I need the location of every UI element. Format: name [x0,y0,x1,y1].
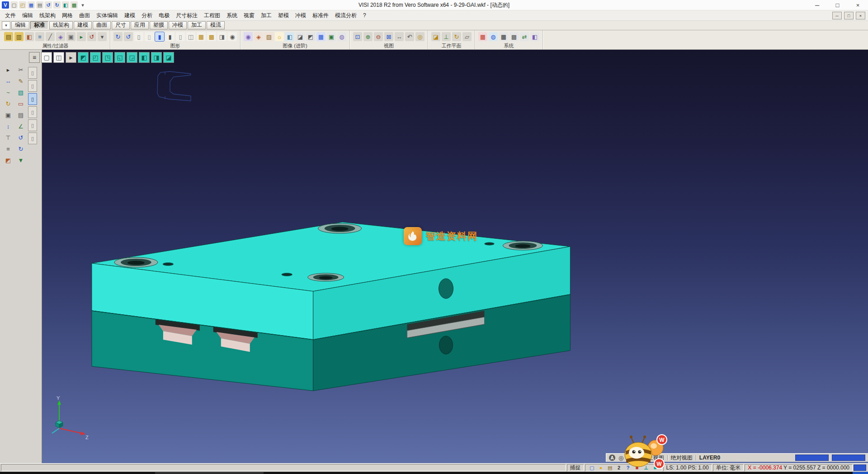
menu-item[interactable]: ? [360,11,369,19]
menu-item[interactable]: 加工 [258,11,275,20]
zoom-in-icon[interactable]: ⊕ [363,32,373,41]
minimize-button[interactable]: ─ [807,0,827,10]
view-visibility-icon[interactable]: ◎ [415,32,425,41]
workplane-origin-icon[interactable]: ▱ [462,32,472,41]
menu-item[interactable]: 塑模 [275,11,292,20]
save-file-icon[interactable]: ▦ [28,1,35,9]
texture-icon[interactable]: ▨ [264,32,274,41]
palette-tool-icon[interactable]: ◩ [4,156,13,165]
menu-item[interactable]: 工程图 [201,11,223,20]
filter-settings-icon[interactable]: ▾ [98,32,107,41]
tab[interactable]: 应用 [131,21,149,29]
view-front-icon[interactable]: ◳ [102,52,113,63]
grid-toggle-icon[interactable]: ▩ [71,1,78,9]
visi-logo-icon[interactable]: V [2,1,9,9]
menu-item[interactable]: 分析 [138,11,156,20]
open-file-icon[interactable]: ◰ [19,1,26,9]
color-palette-icon[interactable]: ▦ [478,32,487,41]
shaded-edges-icon[interactable]: ▮ [165,32,175,41]
delete-tool-icon[interactable]: ▭ [16,99,25,108]
print-status-icon[interactable]: ▤ [606,465,614,471]
snapshot-icon[interactable]: ▣ [327,32,336,41]
clipboard-view-1-icon[interactable]: ▯ [28,67,37,79]
menu-item[interactable]: 视窗 [241,11,258,20]
tabbar-dropdown-icon[interactable]: ▾ [2,21,10,29]
selection-mask-icon[interactable]: ▣ [66,32,75,41]
view-dimetric-icon[interactable]: ◪ [163,52,174,63]
mold-plate-model[interactable] [42,50,868,463]
layer-filter-icon[interactable]: ≡ [35,32,44,41]
workplane-icon[interactable]: ◪ [431,32,440,41]
angle-tool-icon[interactable]: ∠ [16,122,25,131]
menu-item[interactable]: 尺寸标注 [173,11,201,20]
chip-select-icon[interactable]: ▩ [207,32,216,41]
select-arrow-icon[interactable]: ▸ [4,65,13,74]
clipboard-view-2-icon[interactable]: ▯ [28,80,37,92]
print-icon[interactable]: ▤ [36,1,43,9]
cylinder-display-icon[interactable]: ▯ [176,32,185,41]
view-menu-icon[interactable]: ≡ [29,52,40,63]
mdi-restore-button[interactable]: □ [844,12,854,19]
clipboard-view-3-icon[interactable]: ▯ [28,93,37,105]
tab[interactable]: 塑膜 [150,21,168,29]
chip-display-icon[interactable]: ▦ [197,32,206,41]
os-taskbar[interactable] [0,472,868,474]
menu-item[interactable]: 实体编辑 [93,11,121,20]
zoom-fit-icon[interactable]: ⊠ [384,32,393,41]
menu-item[interactable]: 线架构 [36,11,59,20]
quick-access-dropdown-icon[interactable]: ▾ [79,1,86,9]
zoom-window-icon[interactable]: ⊡ [353,32,362,41]
undo-icon[interactable]: ↺ [45,1,52,9]
filter-reset-icon[interactable]: ↺ [87,32,96,41]
box-display-icon[interactable]: ◫ [186,32,195,41]
wireframe-mode-icon[interactable]: ▯ [134,32,143,41]
view-back-icon[interactable]: ◧ [139,52,150,63]
hidden-line-icon[interactable]: ▯ [145,32,154,41]
multi-view-icon[interactable]: ◫ [53,52,64,63]
snap-toggle[interactable]: 捕捉 [567,464,584,471]
data-exchange-icon[interactable]: ⇄ [520,32,529,41]
taskbar-tray[interactable] [853,472,868,474]
tab[interactable]: 尺寸 [112,21,130,29]
workplane-rotate-icon[interactable]: ↻ [452,32,461,41]
single-view-icon[interactable]: ▢ [41,52,52,63]
view-cube-icon[interactable]: ◧ [62,1,69,9]
material-icon[interactable]: ◈ [254,32,263,41]
entity-filter-icon[interactable]: ◈ [56,32,65,41]
background-color-icon[interactable]: ▦ [316,32,326,41]
tab[interactable]: 编辑 [11,21,29,29]
scale-indicator[interactable]: LS: 1.00 PS: 1.00 [663,464,712,471]
view-iso-icon[interactable]: ◩ [78,52,89,63]
rotate-tool-icon[interactable]: ↻ [4,99,13,108]
advanced-render-icon[interactable]: ◍ [337,32,346,41]
view-right-icon[interactable]: ◱ [114,52,125,63]
shaded-mode-icon[interactable]: ▮ [155,32,164,41]
redo-tool-icon[interactable]: ↻ [16,144,25,153]
tab[interactable]: 建模 [74,21,92,29]
close-button[interactable]: × [848,0,868,10]
zoom-out-icon[interactable]: ⊖ [374,32,383,41]
previous-view-icon[interactable]: ↶ [405,32,414,41]
view-top-icon[interactable]: ◰ [90,52,101,63]
layer-color-bar[interactable] [795,455,829,461]
tab[interactable]: 模流 [207,21,225,29]
reflection-icon[interactable]: ◩ [306,32,315,41]
calculator-icon[interactable]: ▦ [499,32,508,41]
view-left-icon[interactable]: ◲ [127,52,137,63]
move-element-icon[interactable]: ↔ [4,76,13,85]
solid-box-icon[interactable]: ▧ [16,88,25,97]
tab[interactable]: 线架构 [49,21,73,29]
tab[interactable]: 冲模 [169,21,187,29]
export-tool-icon[interactable]: ▼ [16,156,25,165]
view-mode-label[interactable]: 绝对视图 [671,454,693,462]
mdi-minimize-button[interactable]: ─ [832,12,842,19]
pen-color-bar[interactable] [832,455,865,461]
workplane-align-icon[interactable]: ⊥ [442,32,451,41]
select-view-icon[interactable]: ▸ [66,52,76,63]
tab[interactable]: 曲面 [93,21,111,29]
redo-icon[interactable]: ↻ [53,1,61,9]
linetype-filter-icon[interactable]: ╱ [46,32,55,41]
stamp-tool-icon[interactable]: ▣ [4,110,13,119]
sketch-pencil-icon[interactable]: ✎ [16,76,25,85]
tab[interactable]: 标准 [30,21,48,29]
